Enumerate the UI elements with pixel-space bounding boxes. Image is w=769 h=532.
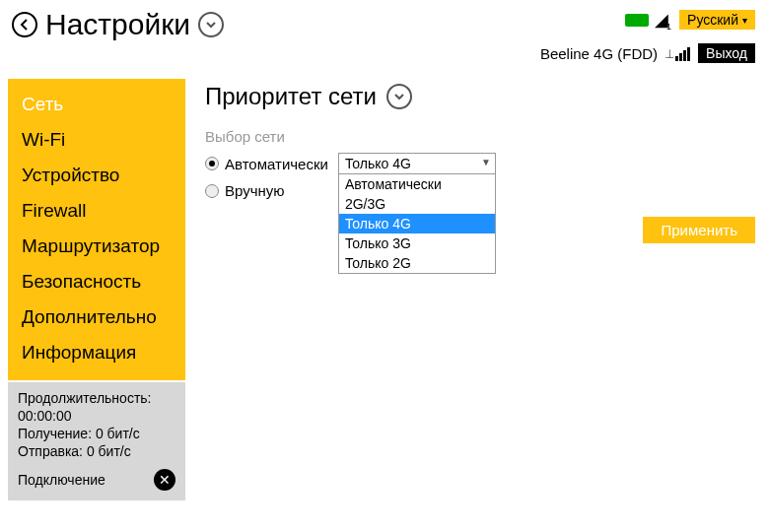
sidebar-item-1[interactable]: Wi-Fi bbox=[8, 122, 185, 158]
radio-auto-label: Автоматически bbox=[225, 156, 328, 172]
select-option-2[interactable]: Только 4G bbox=[339, 214, 495, 233]
section-title: Приоритет сети bbox=[205, 83, 377, 110]
page-dropdown-button[interactable] bbox=[198, 12, 224, 37]
radio-auto[interactable] bbox=[205, 157, 219, 170]
select-option-0[interactable]: Автоматически bbox=[339, 174, 495, 194]
chevron-down-icon: ▾ bbox=[742, 15, 747, 26]
logout-button[interactable]: Выход bbox=[698, 43, 755, 63]
stats-duration-value: 00:00:00 bbox=[18, 408, 175, 424]
language-selector[interactable]: Русский ▾ bbox=[679, 10, 755, 30]
sidebar-item-6[interactable]: Дополнительно bbox=[8, 299, 185, 335]
chevron-down-icon: ▼ bbox=[481, 157, 491, 167]
radio-manual[interactable] bbox=[205, 184, 219, 198]
sidebar-nav: СетьWi-FiУстройствоFirewallМаршрутизатор… bbox=[8, 79, 185, 380]
page-title: Настройки bbox=[45, 8, 190, 41]
radio-manual-label: Вручную bbox=[225, 182, 285, 199]
select-option-3[interactable]: Только 3G bbox=[339, 233, 495, 253]
sidebar-item-5[interactable]: Безопасность bbox=[8, 264, 185, 299]
field-label-network-select: Выбор сети bbox=[205, 128, 759, 145]
wifi-icon: ◢1 bbox=[655, 11, 673, 30]
disconnect-icon[interactable]: ✕ bbox=[154, 469, 175, 491]
select-option-1[interactable]: 2G/3G bbox=[339, 194, 495, 214]
sidebar-item-0[interactable]: Сеть bbox=[8, 87, 185, 122]
battery-icon bbox=[625, 14, 649, 27]
select-option-4[interactable]: Только 2G bbox=[339, 253, 495, 273]
apply-button[interactable]: Применить bbox=[643, 217, 755, 243]
sidebar-item-2[interactable]: Устройство bbox=[8, 158, 185, 193]
sidebar-item-3[interactable]: Firewall bbox=[8, 193, 185, 229]
stats-tx: Отправка: 0 бит/с bbox=[18, 443, 175, 459]
section-dropdown-button[interactable] bbox=[386, 84, 412, 109]
network-mode-select[interactable]: Только 4G ▼ Автоматически2G/3GТолько 4GТ… bbox=[338, 153, 496, 174]
back-button[interactable] bbox=[12, 12, 37, 37]
signal-icon: ⟂ bbox=[665, 45, 690, 61]
connection-stats: Продолжительность: 00:00:00 Получение: 0… bbox=[8, 382, 185, 500]
network-status-text: Beeline 4G (FDD) bbox=[540, 45, 658, 62]
sidebar-item-4[interactable]: Маршрутизатор bbox=[8, 229, 185, 264]
language-label: Русский bbox=[687, 12, 738, 28]
sidebar-item-7[interactable]: Информация bbox=[8, 335, 185, 370]
connection-label: Подключение bbox=[18, 472, 105, 488]
stats-rx: Получение: 0 бит/с bbox=[18, 426, 175, 441]
stats-duration-label: Продолжительность: bbox=[18, 390, 175, 406]
